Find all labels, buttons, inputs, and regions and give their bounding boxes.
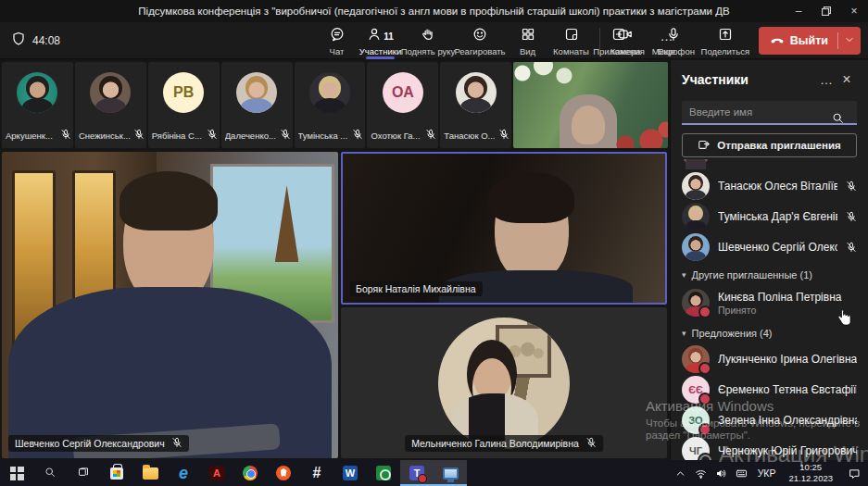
language-indicator[interactable]: УКР — [752, 467, 782, 479]
filmstrip-tile-tanasiuk[interactable]: Танасюк О... — [440, 62, 511, 148]
mic-muted-icon — [60, 127, 71, 143]
titlebar: Підсумкова конференція з "виробничої (пе… — [0, 0, 868, 22]
taskbar-brave-button[interactable] — [267, 460, 300, 486]
filmstrip-tile-tuminska[interactable]: Тумінська ... — [295, 62, 366, 148]
mic-muted-icon — [133, 127, 145, 143]
toolbar-rooms-button[interactable]: Комнаты — [549, 24, 593, 56]
taskbar-chrome-button[interactable] — [233, 460, 267, 486]
taskbar-search-button[interactable] — [33, 460, 67, 486]
action-center-button[interactable] — [840, 460, 868, 486]
teams-meeting-window: Підсумкова конференція з "виробничої (пе… — [0, 0, 868, 486]
avatar — [682, 233, 710, 261]
people-icon — [367, 27, 382, 45]
video-tile-boriak-active-speaker[interactable]: Боряк Наталія Михайлівна — [341, 152, 667, 305]
section-header-other-invited[interactable]: ▾ Другие приглашенные (1) — [682, 265, 857, 285]
participants-count-badge: 11 — [384, 31, 394, 42]
avatar — [236, 72, 277, 113]
toolbar-react-button[interactable]: Реагировать — [454, 24, 506, 56]
share-icon — [718, 27, 733, 45]
avatar — [309, 72, 350, 113]
minimize-button[interactable]: – — [785, 0, 812, 22]
participant-row-tuminska[interactable]: Тумінська Дар'я Євгенівна — [682, 201, 857, 231]
toolbar-view-button[interactable]: Вид — [506, 24, 549, 56]
participant-row-tanasiuk[interactable]: Танасюк Олеся Віталіївна — [682, 170, 857, 201]
taskbar-acrobat-button[interactable]: A — [200, 460, 233, 486]
folder-icon — [143, 467, 158, 480]
hangup-icon — [770, 32, 785, 50]
filmstrip-tile-snezhinska[interactable]: Снежинськ... — [75, 62, 146, 148]
system-tray: УКР 10:25 21.12.2023 — [671, 460, 868, 486]
toolbar-camera-button[interactable]: Камера — [604, 24, 648, 56]
avatar-initials: ЗО — [682, 406, 710, 434]
participant-row-chernozhuk[interactable]: ЧГ Черножук Юрій Григорович — [682, 435, 857, 460]
restore-button[interactable] — [812, 0, 840, 22]
send-invite-button[interactable]: Отправка приглашения — [682, 133, 857, 157]
filmstrip-tile-arkushenko[interactable]: Аркушенк... — [2, 62, 73, 148]
shield-icon — [11, 31, 26, 50]
start-button[interactable] — [0, 460, 33, 486]
video-feed — [2, 152, 338, 458]
avatar — [17, 72, 57, 113]
keyboard-icon[interactable] — [732, 460, 752, 486]
taskbar-edge-button[interactable]: e — [167, 460, 200, 486]
participant-row-zelena[interactable]: ЗО Зелена Інна Олександрівна — [682, 405, 857, 435]
video-tile-shevchenko[interactable]: Шевченко Сергій Олександрович — [2, 152, 338, 458]
chat-icon — [330, 27, 345, 45]
monitor-app-icon — [443, 467, 459, 480]
mic-muted-icon — [846, 211, 857, 222]
avatar-initials: ЧГ — [682, 437, 710, 461]
mic-muted-icon — [846, 242, 857, 253]
filmstrip-tile-dalechenko[interactable]: Далеченко... — [221, 62, 293, 148]
leave-options-chevron[interactable] — [838, 27, 861, 55]
tray-hidden-icons-button[interactable] — [671, 460, 691, 486]
toolbar-divider — [599, 28, 600, 52]
participant-name-label: Боряк Наталія Михайлівна — [349, 281, 483, 296]
toolbar-chat-button[interactable]: Чат — [315, 24, 359, 56]
participant-row-kynieva[interactable]: Кинєва Поліна Петрівна Принято — [682, 285, 857, 320]
video-feed — [513, 62, 668, 148]
toolbar-share-button[interactable]: Поделиться — [699, 24, 751, 56]
participant-row-lukianchenko[interactable]: Лукянченко Ірина Олегівна — [682, 343, 857, 374]
search-icon — [44, 465, 56, 481]
taskbar-word-button[interactable]: W — [333, 460, 367, 486]
avatar-initials: ЄЄ — [682, 376, 710, 404]
filmstrip-video-tile[interactable] — [513, 62, 668, 148]
network-icon[interactable] — [691, 460, 711, 486]
toolbar-participants-button[interactable]: 11 Участники — [359, 24, 402, 56]
volume-icon[interactable] — [711, 460, 732, 486]
panel-close-button[interactable]: × — [837, 71, 857, 88]
avatar — [682, 289, 710, 317]
chevron-down-icon: ▾ — [682, 270, 686, 280]
grid-icon — [521, 27, 535, 45]
taskbar-store-button[interactable] — [100, 460, 133, 486]
invite-share-icon — [698, 138, 711, 153]
panel-more-button[interactable]: … — [816, 72, 837, 87]
close-button[interactable]: × — [840, 0, 868, 22]
participant-row-yeremenko[interactable]: ЄЄ Єременко Тетяна Євстафіївна — [682, 374, 857, 405]
filmstrip-tile-okhotiuk[interactable]: ОА Охотюк Га... — [367, 62, 438, 148]
taskbar-explorer-button[interactable] — [133, 460, 167, 486]
rooms-icon — [564, 27, 579, 45]
taskview-icon — [78, 465, 89, 481]
mic-muted-icon — [498, 127, 509, 143]
avatar — [438, 318, 570, 449]
avatar-initials: ОА — [383, 72, 423, 113]
filmstrip-tile-riabinina[interactable]: РВ Рябініна С... — [148, 62, 220, 148]
chevron-down-icon: ▾ — [682, 329, 686, 338]
toolbar-mic-button[interactable]: Микрофон — [648, 24, 699, 56]
toolbar-raise-hand-button[interactable]: Поднять руку — [402, 24, 454, 56]
clock[interactable]: 10:25 21.12.2023 — [781, 462, 840, 484]
leave-button[interactable]: Выйти — [759, 27, 861, 55]
taskbar-green-app-button[interactable] — [367, 460, 400, 486]
panel-title: Участники — [682, 72, 816, 87]
participant-row-shevchenko[interactable]: Шевченко Сергій Олександров... — [682, 231, 857, 262]
participant-row-partial — [682, 159, 857, 170]
windows-logo-icon — [10, 467, 24, 480]
taskbar-monitor-app-button[interactable] — [434, 460, 467, 486]
taskbar-hash-app-button[interactable]: # — [300, 460, 333, 486]
taskbar-teams-button[interactable]: T — [400, 460, 434, 486]
section-header-suggestions[interactable]: ▾ Предложения (4) — [682, 323, 857, 343]
task-view-button[interactable] — [67, 460, 100, 486]
video-tile-melnychenko[interactable]: Мельниченко Галина Володимирівна — [341, 307, 667, 458]
search-input[interactable] — [682, 101, 857, 125]
